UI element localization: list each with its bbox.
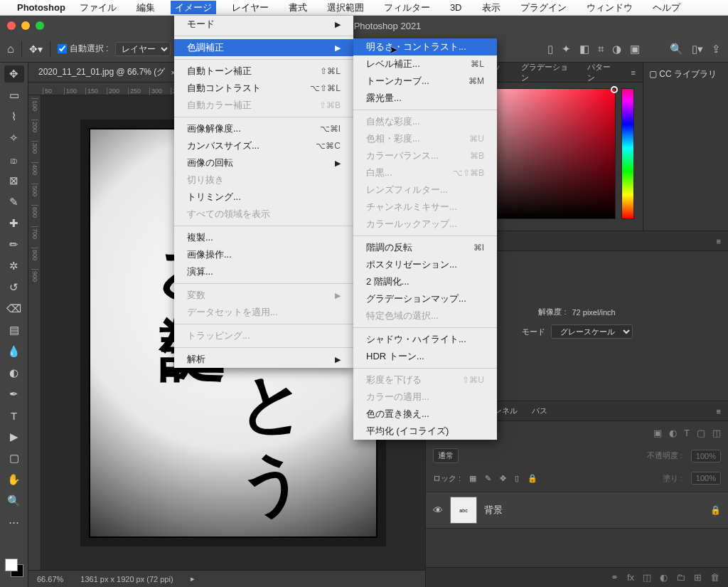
hue-slider[interactable] (621, 88, 634, 219)
smart-object-icon[interactable]: ⌗ (598, 43, 604, 55)
lock-icon[interactable]: 🔒 (710, 505, 721, 515)
color-mode-select[interactable]: グレースケール (551, 324, 633, 339)
document-dimensions[interactable]: 1361 px x 1920 px (72 ppi) (80, 575, 173, 583)
menu-item[interactable]: 明るさ・コントラスト... (353, 38, 497, 55)
lock-transparency-icon[interactable]: ▦ (469, 474, 476, 483)
menu-item[interactable]: 画像操作... (174, 246, 353, 263)
move-tool[interactable]: ✥ (4, 65, 24, 83)
fullscreen-window-icon[interactable] (36, 21, 44, 30)
layer-group-icon[interactable]: 🗀 (676, 572, 685, 583)
history-brush-tool[interactable]: ↺ (4, 279, 24, 296)
filter-shape-icon[interactable]: ▢ (697, 428, 705, 438)
zoom-level[interactable]: 66.67% (37, 575, 63, 583)
foreground-background-swatch[interactable] (5, 559, 23, 577)
blur-tool[interactable]: 💧 (4, 343, 24, 360)
close-window-icon[interactable] (7, 21, 16, 30)
menu-item[interactable]: カンバスサイズ...⌥⌘C (174, 137, 353, 154)
tab-paths[interactable]: パス (525, 401, 555, 421)
visibility-icon[interactable]: 👁 (433, 504, 443, 516)
healing-brush-tool[interactable]: ✚ (4, 215, 24, 232)
edit-toolbar[interactable]: ⋯ (4, 514, 24, 531)
cc-libraries-panel[interactable]: ▢ CC ライブラリ (643, 63, 728, 231)
status-disclosure-icon[interactable]: ▸ (191, 574, 195, 583)
auto-select-input[interactable] (58, 44, 67, 53)
delete-layer-icon[interactable]: 🗑 (710, 572, 719, 583)
image-menu-dropdown[interactable]: モード▶色調補正▶自動トーン補正⇧⌘L自動コントラスト⌥⇧⌘L自動カラー補正⇧⌘… (174, 16, 353, 368)
lock-position-icon[interactable]: ✥ (500, 474, 506, 483)
menu-item[interactable]: 画像解像度...⌥⌘I (174, 120, 353, 137)
type-tool[interactable]: T (4, 407, 24, 424)
new-layer-icon[interactable]: ⊞ (694, 572, 702, 583)
hand-tool[interactable]: ✋ (4, 471, 24, 488)
menubar-item-フィルター[interactable]: フィルター (380, 1, 434, 14)
menu-item[interactable]: 画像の回転▶ (174, 154, 353, 171)
menu-item[interactable]: グラデーションマップ... (353, 290, 497, 307)
adjustments-submenu-dropdown[interactable]: 明るさ・コントラスト...レベル補正...⌘Lトーンカーブ...⌘M露光量...… (353, 38, 497, 440)
dodge-tool[interactable]: ◐ (4, 364, 24, 381)
pen-tool[interactable]: ✒ (4, 386, 24, 403)
menu-item[interactable]: 複製... (174, 229, 353, 246)
app-name[interactable]: Photoshop (17, 2, 65, 13)
search-icon[interactable]: 🔍 (670, 43, 683, 55)
layer-row[interactable]: 👁 abc 背景 🔒 (426, 492, 728, 529)
menubar-item-3D[interactable]: 3D (446, 1, 466, 14)
menu-item[interactable]: 2 階調化... (353, 273, 497, 290)
menubar-item-表示[interactable]: 表示 (478, 1, 505, 14)
menu-item[interactable]: 露光量... (353, 90, 497, 107)
menu-item[interactable]: 平均化 (イコライズ) (353, 423, 497, 440)
zoom-tool[interactable]: 🔍 (4, 492, 24, 509)
layer-mask-icon[interactable]: ◫ (643, 572, 651, 583)
eyedropper-tool[interactable]: ✎ (4, 194, 24, 211)
align-center-icon[interactable]: ✦ (562, 43, 571, 55)
crop-tool[interactable]: ⎄ (4, 151, 24, 168)
move-tool-icon[interactable]: ✥▾ (29, 43, 43, 55)
adjustment-layer-icon[interactable]: ◐ (660, 572, 668, 583)
auto-select-checkbox[interactable]: 自動選択 : (58, 43, 109, 55)
menubar-item-レイヤー[interactable]: レイヤー (228, 1, 273, 14)
share-icon[interactable]: ⇪ (712, 43, 721, 55)
menu-item[interactable]: モード▶ (174, 16, 353, 33)
filter-adjustment-icon[interactable]: ◐ (669, 428, 677, 438)
document-tab[interactable]: 2020_11_21_01.jpg @ 66.7% (グ × (28, 63, 186, 82)
lasso-tool[interactable]: ⌇ (4, 108, 24, 125)
path-selection-tool[interactable]: ▶ (4, 428, 24, 445)
align-left-icon[interactable]: ▯ (547, 43, 553, 55)
link-layers-icon[interactable]: ⚭ (611, 572, 619, 583)
menubar-item-選択範囲[interactable]: 選択範囲 (323, 1, 368, 14)
menu-item[interactable]: 色調補正▶ (174, 39, 353, 56)
filter-pixel-icon[interactable]: ▣ (653, 428, 662, 438)
lock-image-icon[interactable]: ✎ (485, 474, 491, 483)
fill-value[interactable]: 100% (691, 472, 721, 485)
menubar-item-編集[interactable]: 編集 (132, 1, 159, 14)
menubar-item-イメージ[interactable]: イメージ (171, 1, 216, 14)
magic-wand-tool[interactable]: ✧ (4, 129, 24, 147)
rectangle-tool[interactable]: ▢ (4, 450, 24, 467)
layer-name[interactable]: 背景 (484, 504, 503, 517)
home-icon[interactable]: ⌂ (7, 43, 14, 55)
menu-item[interactable]: 解析▶ (174, 351, 353, 368)
menu-item[interactable]: レベル補正...⌘L (353, 55, 497, 73)
menu-item[interactable]: トリミング... (174, 189, 353, 206)
menubar-item-プラグイン[interactable]: プラグイン (516, 1, 571, 14)
menubar-item-書式[interactable]: 書式 (284, 1, 311, 14)
lock-artboard-icon[interactable]: ▯ (515, 474, 519, 483)
arrange-icon[interactable]: ▯▾ (692, 43, 703, 55)
3d-mode-icon[interactable]: ◧ (579, 43, 589, 55)
marquee-tool[interactable]: ▭ (4, 87, 24, 104)
filter-type-icon[interactable]: T (684, 428, 690, 438)
panel-menu-icon[interactable]: ≡ (710, 401, 728, 421)
menu-item[interactable]: トーンカーブ...⌘M (353, 73, 497, 90)
lock-all-icon[interactable]: 🔒 (528, 474, 537, 483)
blend-mode-select[interactable]: 通常 (433, 448, 459, 463)
menu-item[interactable]: 階調の反転⌘I (353, 239, 497, 256)
mask-icon[interactable]: ◑ (612, 43, 621, 55)
menu-item[interactable]: HDR トーン... (353, 348, 497, 365)
filter-smart-icon[interactable]: ◫ (712, 428, 721, 438)
eraser-tool[interactable]: ⌫ (4, 300, 24, 317)
clone-stamp-tool[interactable]: ✲ (4, 258, 24, 275)
video-icon[interactable]: ▣ (630, 43, 640, 55)
panel-menu-icon[interactable]: ≡ (624, 63, 643, 82)
layer-style-icon[interactable]: fx (627, 572, 634, 583)
frame-tool[interactable]: ⊠ (4, 172, 24, 189)
menu-item[interactable]: ポスタリゼーション... (353, 256, 497, 273)
